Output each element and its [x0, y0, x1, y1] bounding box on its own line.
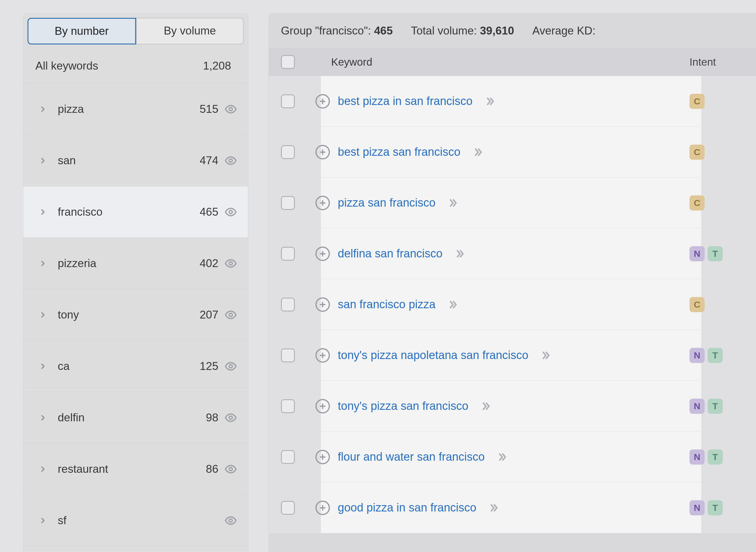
sidebar: By number By volume All keywords 1,208 p… — [23, 13, 248, 552]
eye-icon[interactable] — [224, 514, 237, 527]
sidebar-group-restaurant[interactable]: restaurant86 — [23, 443, 248, 495]
group-count-stat: Group "francisco": 465 — [281, 24, 393, 37]
expand-icon[interactable] — [496, 451, 508, 463]
eye-icon[interactable] — [224, 206, 237, 219]
table-header: Keyword Intent — [269, 48, 756, 76]
add-icon[interactable] — [315, 399, 330, 413]
table-row: best pizza san franciscoC — [269, 127, 756, 177]
all-keywords-label: All keywords — [35, 59, 98, 72]
group-label: sf — [50, 514, 218, 527]
add-icon[interactable] — [315, 501, 330, 515]
eye-icon[interactable] — [224, 308, 237, 321]
intent-cell: C — [690, 195, 744, 211]
sidebar-group-pizzeria[interactable]: pizzeria402 — [23, 238, 248, 289]
group-count: 402 — [199, 257, 224, 270]
sidebar-group-san[interactable]: san474 — [23, 135, 248, 186]
expand-icon[interactable] — [447, 197, 459, 209]
toggle-by-volume[interactable]: By volume — [136, 18, 244, 44]
add-icon[interactable] — [315, 247, 330, 261]
row-checkbox[interactable] — [281, 501, 295, 515]
expand-icon[interactable] — [472, 146, 484, 158]
table-row: san francisco pizzaC — [269, 279, 756, 330]
intent-badge-T: T — [708, 399, 723, 414]
row-checkbox[interactable] — [281, 450, 295, 464]
intent-badge-N: N — [690, 348, 705, 363]
table-row: tony's pizza san franciscoNT — [269, 381, 756, 432]
expand-icon[interactable] — [484, 95, 496, 107]
group-stats: Group "francisco": 465 Total volume: 39,… — [269, 14, 756, 48]
eye-icon[interactable] — [224, 257, 237, 270]
sidebar-group-pizza[interactable]: pizza515 — [23, 84, 248, 135]
keyword-link[interactable]: best pizza san francisco — [338, 145, 461, 158]
group-count: 515 — [199, 103, 224, 116]
row-checkbox[interactable] — [281, 349, 295, 362]
table-row: good pizza in san franciscoNT — [269, 482, 756, 533]
row-checkbox[interactable] — [281, 399, 295, 413]
sidebar-group-sf[interactable]: sf — [23, 495, 248, 546]
eye-icon[interactable] — [224, 103, 237, 116]
keyword-link[interactable]: flour and water san francisco — [338, 450, 485, 463]
sidebar-group-delfin[interactable]: delfin98 — [23, 392, 248, 443]
svg-point-1 — [229, 159, 233, 162]
chevron-right-icon — [35, 156, 50, 165]
add-icon[interactable] — [315, 196, 330, 210]
table-row: delfina san franciscoNT — [269, 228, 756, 279]
eye-icon[interactable] — [224, 360, 237, 373]
volume-label: Total volume: — [411, 24, 480, 37]
row-checkbox[interactable] — [281, 94, 295, 108]
svg-point-2 — [229, 210, 233, 214]
add-icon[interactable] — [315, 348, 330, 363]
keyword-link[interactable]: tony's pizza san francisco — [338, 400, 468, 413]
keyword-link[interactable]: delfina san francisco — [338, 247, 442, 260]
column-header-keyword[interactable]: Keyword — [295, 56, 690, 68]
row-checkbox[interactable] — [281, 145, 295, 159]
column-header-intent[interactable]: Intent — [690, 56, 744, 68]
intent-badge-T: T — [708, 348, 723, 363]
svg-point-4 — [229, 313, 233, 316]
eye-icon[interactable] — [224, 463, 237, 475]
sidebar-group-francisco[interactable]: francisco465 — [23, 186, 248, 238]
intent-cell: NT — [690, 348, 744, 363]
all-keywords-count: 1,208 — [203, 59, 231, 72]
keyword-link[interactable]: good pizza in san francisco — [338, 501, 476, 514]
expand-icon[interactable] — [480, 400, 492, 412]
keyword-link[interactable]: best pizza in san francisco — [338, 95, 473, 108]
expand-icon[interactable] — [540, 350, 552, 362]
expand-icon[interactable] — [454, 248, 466, 260]
row-checkbox[interactable] — [281, 196, 295, 210]
keyword-link[interactable]: pizza san francisco — [338, 196, 435, 209]
chevron-right-icon — [35, 105, 50, 113]
intent-badge-T: T — [708, 500, 723, 515]
keyword-cell: pizza san francisco — [295, 196, 690, 210]
row-checkbox[interactable] — [281, 247, 295, 261]
intent-badge-N: N — [690, 246, 705, 261]
expand-icon[interactable] — [488, 502, 500, 514]
expand-icon[interactable] — [447, 298, 459, 311]
intent-cell: NT — [690, 500, 744, 515]
add-icon[interactable] — [315, 297, 330, 312]
select-all-checkbox[interactable] — [281, 55, 295, 69]
intent-cell: C — [690, 94, 744, 109]
keyword-cell: best pizza in san francisco — [295, 94, 690, 109]
sidebar-group-tony[interactable]: tony207 — [23, 289, 248, 340]
eye-icon[interactable] — [224, 154, 237, 167]
sidebar-group-ca[interactable]: ca125 — [23, 340, 248, 392]
keyword-cell: delfina san francisco — [295, 247, 690, 261]
table-row: flour and water san franciscoNT — [269, 432, 756, 482]
row-checkbox[interactable] — [281, 298, 295, 311]
keyword-link[interactable]: san francisco pizza — [338, 298, 435, 311]
keyword-link[interactable]: tony's pizza napoletana san francisco — [338, 349, 528, 362]
add-icon[interactable] — [315, 94, 330, 109]
intent-cell: C — [690, 145, 744, 160]
eye-icon[interactable] — [224, 411, 237, 424]
all-keywords-row[interactable]: All keywords 1,208 — [23, 49, 248, 84]
group-label: pizzeria — [50, 257, 199, 270]
add-icon[interactable] — [315, 145, 330, 159]
toggle-by-number[interactable]: By number — [27, 18, 136, 44]
keyword-cell: best pizza san francisco — [295, 145, 690, 159]
add-icon[interactable] — [315, 450, 330, 464]
svg-point-7 — [229, 467, 233, 470]
svg-point-0 — [229, 107, 233, 111]
chevron-right-icon — [35, 362, 50, 371]
keyword-cell: flour and water san francisco — [295, 450, 690, 464]
